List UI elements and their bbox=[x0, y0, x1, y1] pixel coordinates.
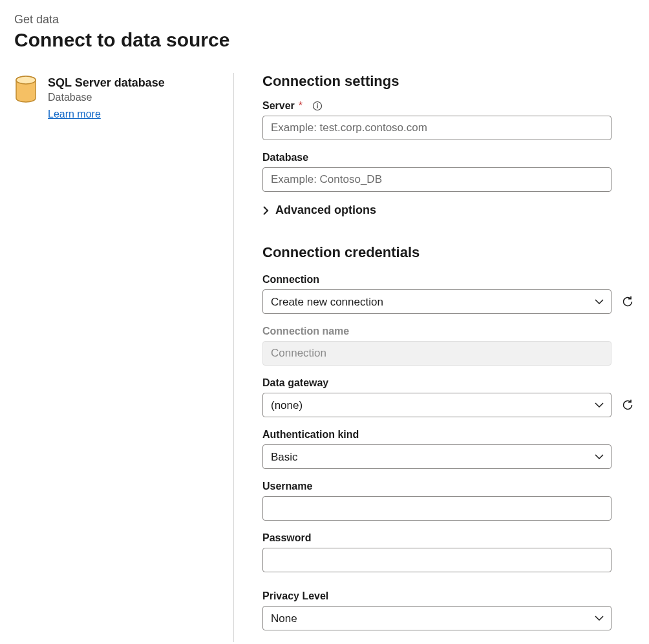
required-asterisk: * bbox=[299, 100, 303, 112]
chevron-right-icon bbox=[262, 206, 269, 215]
database-label-text: Database bbox=[262, 152, 308, 163]
data-gateway-label-text: Data gateway bbox=[262, 377, 328, 389]
left-pane: SQL Server database Database Learn more bbox=[14, 73, 234, 642]
connection-credentials-section: Connection credentials Connection Create… bbox=[262, 244, 635, 630]
privacy-level-label-text: Privacy Level bbox=[262, 590, 328, 602]
server-input[interactable] bbox=[262, 116, 612, 140]
privacy-level-label: Privacy Level bbox=[262, 590, 635, 602]
connection-name-label-text: Connection name bbox=[262, 326, 349, 337]
auth-kind-field-block: Authentication kind Basic bbox=[262, 429, 635, 469]
connection-select[interactable]: Create new connection bbox=[262, 289, 612, 314]
privacy-level-select[interactable]: None bbox=[262, 606, 612, 630]
data-gateway-field-block: Data gateway (none) bbox=[262, 377, 635, 417]
advanced-options-label: Advanced options bbox=[275, 203, 376, 217]
privacy-level-field-block: Privacy Level None bbox=[262, 590, 635, 630]
username-label: Username bbox=[262, 481, 635, 492]
svg-point-1 bbox=[16, 76, 36, 84]
connection-name-field-block: Connection name bbox=[262, 326, 635, 366]
source-subtitle: Database bbox=[48, 92, 165, 103]
connection-credentials-heading: Connection credentials bbox=[262, 244, 635, 261]
advanced-options-toggle[interactable]: Advanced options bbox=[262, 203, 635, 217]
breadcrumb: Get data bbox=[14, 13, 635, 26]
right-pane: Connection settings Server * Database bbox=[234, 73, 635, 642]
source-card: SQL Server database Database Learn more bbox=[14, 76, 233, 120]
database-field-block: Database bbox=[262, 152, 635, 192]
database-icon bbox=[14, 76, 37, 104]
password-label-text: Password bbox=[262, 532, 312, 544]
refresh-connection-button[interactable] bbox=[621, 295, 635, 309]
page-title: Connect to data source bbox=[14, 29, 635, 51]
data-gateway-label: Data gateway bbox=[262, 377, 635, 389]
source-title: SQL Server database bbox=[48, 76, 165, 90]
database-label: Database bbox=[262, 152, 635, 163]
connection-name-label: Connection name bbox=[262, 326, 635, 337]
data-gateway-select[interactable]: (none) bbox=[262, 393, 612, 417]
password-input[interactable] bbox=[262, 548, 612, 572]
learn-more-link[interactable]: Learn more bbox=[48, 109, 101, 120]
refresh-icon bbox=[621, 295, 634, 308]
connection-settings-heading: Connection settings bbox=[262, 73, 635, 90]
refresh-icon bbox=[621, 399, 634, 411]
auth-kind-label: Authentication kind bbox=[262, 429, 635, 441]
username-field-block: Username bbox=[262, 481, 635, 521]
auth-kind-label-text: Authentication kind bbox=[262, 429, 359, 441]
info-icon[interactable] bbox=[312, 100, 323, 112]
username-label-text: Username bbox=[262, 481, 312, 492]
refresh-gateway-button[interactable] bbox=[621, 398, 635, 412]
server-field-block: Server * bbox=[262, 100, 635, 140]
connection-label: Connection bbox=[262, 274, 635, 286]
connection-name-input bbox=[262, 341, 612, 366]
svg-point-3 bbox=[317, 103, 318, 105]
connection-field-block: Connection Create new connection bbox=[262, 274, 635, 314]
auth-kind-select[interactable]: Basic bbox=[262, 444, 612, 469]
database-input[interactable] bbox=[262, 167, 612, 192]
connection-label-text: Connection bbox=[262, 274, 319, 286]
password-field-block: Password bbox=[262, 532, 635, 572]
password-label: Password bbox=[262, 532, 635, 544]
username-input[interactable] bbox=[262, 496, 612, 521]
server-label-text: Server bbox=[262, 100, 295, 112]
server-label: Server * bbox=[262, 100, 635, 112]
svg-rect-4 bbox=[317, 105, 317, 109]
